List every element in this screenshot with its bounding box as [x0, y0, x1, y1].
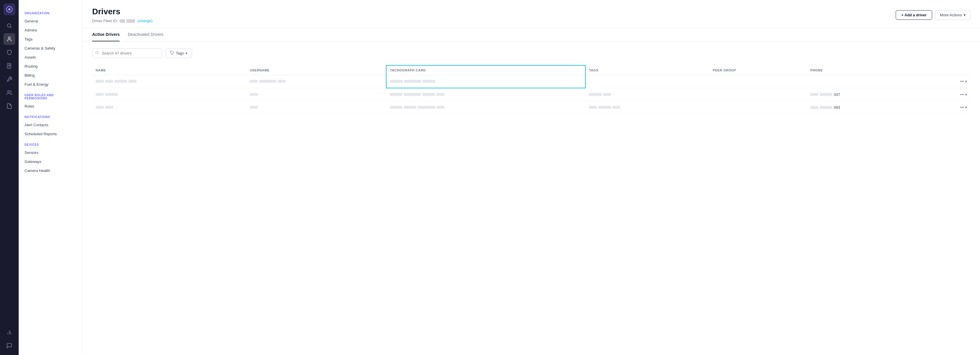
- chat-nav-icon[interactable]: [3, 340, 15, 352]
- name3-blur-1: [95, 106, 104, 109]
- tacho3-blur-2: [404, 106, 417, 109]
- sidebar-item-assets[interactable]: Assets: [19, 53, 83, 62]
- driver-tags-2: [585, 88, 710, 101]
- chevron-down-icon: ▾: [965, 105, 967, 109]
- tabs-bar: Active Drivers Deactivated Drivers: [83, 28, 980, 41]
- driver-name-1: [92, 75, 246, 88]
- user3-blur-1: [250, 106, 258, 109]
- table-header-row: Name Username Tachograph Card Tags Peer …: [92, 65, 970, 75]
- report-nav-icon[interactable]: [3, 100, 15, 112]
- tab-deactivated-drivers[interactable]: Deactivated Drivers: [128, 28, 163, 41]
- row-actions-3[interactable]: ••• ▾: [960, 105, 967, 109]
- header-left: Drivers Driver Fleet ID: (change): [92, 7, 153, 23]
- tags3-blur-2: [598, 106, 611, 109]
- tags-filter[interactable]: Tags ▾: [165, 48, 192, 58]
- table-row: 093 ••• ▾: [92, 101, 970, 114]
- sidebar-item-alert-contacts[interactable]: Alert Contacts: [19, 120, 83, 129]
- row-actions-1[interactable]: ••• ▾: [960, 79, 967, 84]
- driver-tachograph-1: [386, 75, 585, 88]
- sidebar-item-fuel-energy[interactable]: Fuel & Energy: [19, 80, 83, 89]
- tacho3-blur-1: [390, 106, 402, 109]
- search-nav-icon[interactable]: [3, 20, 15, 32]
- header-actions: + Add a driver More Actions ▾: [896, 10, 970, 20]
- change-fleet-id-link[interactable]: (change): [137, 19, 152, 23]
- more-actions-button[interactable]: More Actions ▾: [935, 10, 970, 20]
- chevron-down-icon: ▾: [964, 13, 966, 17]
- fleet-id-value: [120, 19, 135, 23]
- driver-actions-3[interactable]: ••• ▾: [925, 101, 970, 114]
- driver-actions-2[interactable]: ••• ▾: [925, 88, 970, 101]
- content-area: Tags ▾ Name Username Tachograph Card Tag…: [83, 41, 980, 355]
- driver-username-2: [246, 88, 386, 101]
- tags3-blur-3: [612, 106, 620, 109]
- sidebar-item-gateways[interactable]: Gateways: [19, 157, 83, 166]
- username-blur-3: [278, 80, 286, 83]
- sidebar-item-sensors[interactable]: Sensors: [19, 148, 83, 157]
- driver-tags-3: [585, 101, 710, 114]
- sidebar-item-scheduled-reports[interactable]: Scheduled Reports: [19, 129, 83, 138]
- search-wrapper: [92, 48, 162, 58]
- driver-username-3: [246, 101, 386, 114]
- safety-nav-icon[interactable]: [3, 47, 15, 58]
- svg-point-6: [8, 90, 10, 93]
- tacho-blur-3: [423, 80, 436, 83]
- tags2-blur-1: [589, 93, 602, 96]
- sidebar-section-organization: Organization: [19, 7, 83, 17]
- sidebar-item-admins[interactable]: Admins: [19, 25, 83, 35]
- col-username: Username: [246, 65, 386, 75]
- add-driver-button[interactable]: + Add a driver: [896, 10, 932, 20]
- search-input[interactable]: [92, 48, 162, 58]
- username-blur-1: [250, 80, 258, 83]
- fleet-id-blurred-2: [126, 19, 135, 23]
- tacho2-blur-4: [436, 93, 444, 96]
- tacho2-blur-2: [404, 93, 421, 96]
- table-row: 347 ••• ▾: [92, 88, 970, 101]
- name-blur-3: [115, 80, 127, 83]
- tags-chevron-icon: ▾: [186, 51, 188, 55]
- driver-tags-1: [585, 75, 710, 88]
- sidebar-item-general[interactable]: General: [19, 17, 83, 25]
- sidebar-item-tags[interactable]: Tags: [19, 35, 83, 44]
- col-phone: Phone: [807, 65, 925, 75]
- document-nav-icon[interactable]: [3, 60, 15, 72]
- tag-icon: [170, 51, 174, 55]
- fleet-id-blurred-1: [120, 19, 125, 23]
- search-icon: [95, 51, 99, 56]
- group-nav-icon[interactable]: [3, 87, 15, 98]
- driver-peer-group-2: [710, 88, 807, 101]
- analytics-nav-icon[interactable]: [3, 326, 15, 338]
- driver-nav-icon[interactable]: [3, 33, 15, 45]
- tags3-blur-1: [589, 106, 597, 109]
- sidebar-item-billing[interactable]: Billing: [19, 71, 83, 80]
- tags2-blur-2: [603, 93, 611, 96]
- sidebar-item-camera-health[interactable]: Camera Health: [19, 166, 83, 175]
- tacho3-blur-4: [436, 106, 444, 109]
- col-tags: Tags: [585, 65, 710, 75]
- phone2-blur-1: [810, 93, 818, 96]
- driver-phone-1: [807, 75, 925, 88]
- driver-tachograph-3: [386, 101, 585, 114]
- row-actions-2[interactable]: ••• ▾: [960, 92, 967, 97]
- tab-active-drivers[interactable]: Active Drivers: [92, 28, 119, 41]
- sidebar-section-notifications: Notifications: [19, 111, 83, 120]
- fleet-id-row: Driver Fleet ID: (change): [92, 19, 153, 23]
- phone3-blur-1: [810, 106, 818, 109]
- tacho-blur-2: [404, 80, 422, 83]
- app-logo[interactable]: [3, 3, 15, 15]
- sidebar-item-routing[interactable]: Routing: [19, 62, 83, 71]
- col-peer-group: Peer Group: [710, 65, 807, 75]
- phone3-blur-2: [819, 106, 832, 109]
- sidebar-section-devices: Devices: [19, 138, 83, 148]
- sidebar-item-roles[interactable]: Roles: [19, 102, 83, 111]
- driver-name-2: [92, 88, 246, 101]
- wrench-nav-icon[interactable]: [3, 73, 15, 85]
- driver-username-1: [246, 75, 386, 88]
- driver-actions-1[interactable]: ••• ▾: [925, 75, 970, 88]
- sidebar-item-cameras-safety[interactable]: Cameras & Safety: [19, 44, 83, 53]
- name-blur-1: [95, 80, 104, 83]
- tacho2-blur-1: [390, 93, 402, 96]
- ellipsis-icon: •••: [960, 105, 964, 109]
- col-name: Name: [92, 65, 246, 75]
- sidebar-section-user-roles: User Roles and Permissions: [19, 89, 83, 102]
- ellipsis-icon: •••: [960, 92, 964, 97]
